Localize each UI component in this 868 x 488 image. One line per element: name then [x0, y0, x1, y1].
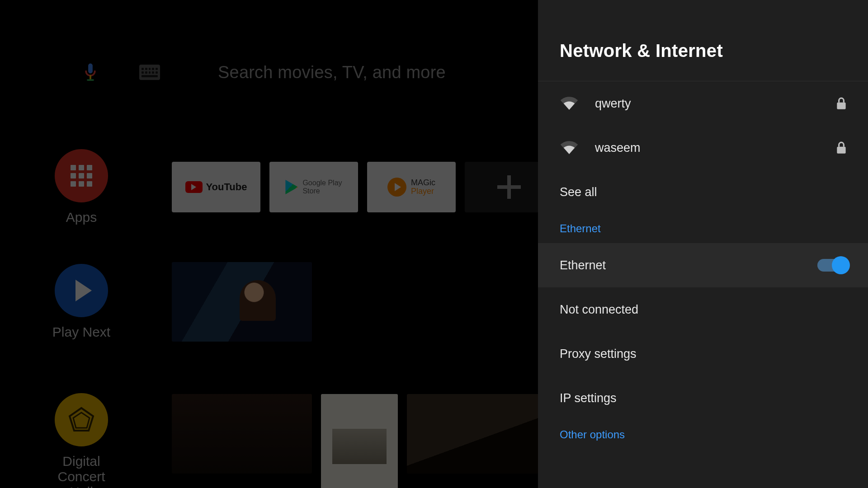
settings-panel-network: Network & Internet qwerty waseem: [538, 0, 868, 488]
section-header-ethernet: Ethernet: [538, 214, 868, 243]
rail-play-next: Play Next: [45, 262, 312, 342]
wifi-signal-icon: [560, 140, 579, 155]
rail-label: Apps: [66, 210, 97, 225]
rail-header-dch[interactable]: Digital Concert Hall: [45, 393, 118, 488]
rail-header-play-next[interactable]: Play Next: [45, 264, 118, 340]
svg-rect-0: [88, 63, 93, 73]
rail-header-apps[interactable]: Apps: [45, 149, 118, 225]
ethernet-toggle-row[interactable]: Ethernet: [538, 243, 868, 287]
wifi-network-item[interactable]: waseem: [538, 126, 868, 170]
search-placeholder[interactable]: Search movies, TV, and more: [218, 63, 446, 82]
digital-concert-hall-icon: [55, 393, 108, 446]
app-card-google-play-store[interactable]: Google PlayStore: [269, 162, 358, 212]
assistant-search-row: Search movies, TV, and more: [81, 62, 446, 82]
plus-icon: [497, 175, 521, 199]
lock-icon: [835, 141, 847, 155]
panel-header: Network & Internet: [538, 0, 868, 81]
content-thumbnail[interactable]: [172, 262, 312, 342]
lock-icon: [835, 97, 847, 110]
content-thumbnail[interactable]: [407, 394, 547, 474]
svg-rect-6: [837, 147, 845, 154]
rail-apps: Apps YouTube Google PlayStore MAGicPlaye…: [45, 149, 553, 225]
rail-digital-concert-hall: Digital Concert Hall: [45, 393, 547, 488]
ethernet-status[interactable]: Not connected: [538, 287, 868, 332]
section-header-other-options: Other options: [538, 420, 868, 449]
rail-label: Digital Concert Hall: [45, 454, 118, 488]
google-play-icon: [285, 180, 298, 194]
apps-icon: [55, 149, 108, 202]
play-next-icon: [55, 264, 108, 317]
keyboard-icon[interactable]: [139, 65, 160, 80]
wifi-network-item[interactable]: qwerty: [538, 81, 868, 126]
proxy-settings[interactable]: Proxy settings: [538, 332, 868, 376]
youtube-icon: [185, 181, 203, 193]
wifi-signal-icon: [560, 96, 579, 111]
svg-rect-5: [837, 103, 845, 109]
see-all-networks[interactable]: See all: [538, 170, 868, 214]
rail-label: Play Next: [52, 324, 110, 340]
magic-player-icon: [387, 178, 406, 197]
voice-search-icon[interactable]: [81, 62, 99, 82]
wifi-ssid: waseem: [595, 141, 835, 155]
panel-title: Network & Internet: [560, 41, 846, 61]
ethernet-toggle[interactable]: [817, 259, 847, 272]
content-thumbnail[interactable]: [321, 394, 398, 488]
svg-marker-4: [73, 413, 90, 428]
ethernet-label: Ethernet: [560, 258, 817, 272]
app-card-magic-player[interactable]: MAGicPlayer: [367, 162, 456, 212]
ip-settings[interactable]: IP settings: [538, 376, 868, 420]
wifi-ssid: qwerty: [595, 97, 835, 111]
app-card-youtube[interactable]: YouTube: [172, 162, 260, 212]
content-thumbnail[interactable]: [172, 394, 312, 474]
